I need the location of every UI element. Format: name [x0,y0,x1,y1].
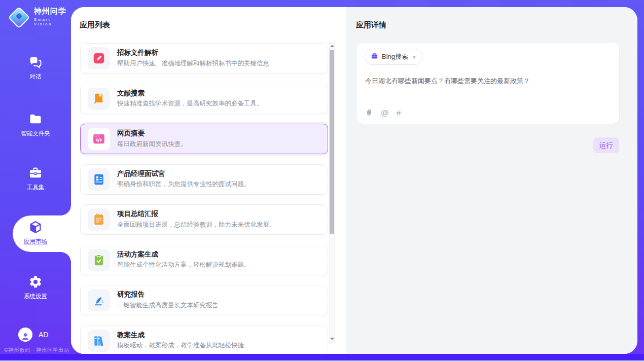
app-card-desc: 快速精准查找学术资源，提高研究效率的必备工具。 [117,99,263,108]
app-card[interactable]: 产品经理面试官 明确身份和职责，为您提供专业性的面试问题。 [80,164,328,195]
book-icon [88,88,110,110]
sidebar-item-chat[interactable]: 对话 [0,55,71,81]
sidebar-item-label: 工具集 [0,184,71,191]
clipboard-check-icon [88,249,110,271]
app-card-desc: 智能生成个性化活动方案，轻松解决规划难题。 [117,261,251,269]
copyright-footer: ©神州数码 · 神州问学出品 [4,347,70,354]
app-card-title: 项目总结汇报 [117,210,276,218]
sidebar-item-toolset[interactable]: 工具集 [0,166,71,191]
app-card[interactable]: 研究报告 一键智能生成高质量长文本研究报告 [80,285,328,315]
app-card-title: 网页摘要 [117,129,187,137]
ink-icon [88,289,110,311]
prompt-composer[interactable]: Bing搜索 × 今日湖北有哪些新闻要点？有哪些需要关注的最新政策？ @ # [356,42,620,124]
cube-icon [0,220,71,234]
main-window: 应用列表 招标文件解析 帮助用户快速、准确地理解和解析招标书中的关键信息 文献搜… [71,7,637,354]
composer-toolbar: @ # [365,108,401,117]
app-card-desc: 一键智能生成高质量长文本研究报告 [117,301,219,310]
folder-icon [0,112,71,126]
app-card[interactable]: 招标文件解析 帮助用户快速、准确地理解和解析招标书中的关键信息 [80,43,328,74]
app-detail-title: 应用详情 [356,20,386,30]
browser-code-icon [88,128,110,150]
app-card-title: 产品经理面试官 [117,170,251,178]
resume-icon [88,168,110,191]
scrollbar-thumb[interactable] [330,50,334,234]
user-account[interactable]: AD [18,328,48,342]
list-scrollbar[interactable] [329,42,335,343]
app-list-title: 应用列表 [80,20,110,30]
books-icon [88,330,110,352]
sidebar-item-app-market[interactable]: 应用市场 [0,220,71,245]
app-list-panel: 应用列表 招标文件解析 帮助用户快速、准确地理解和解析招标书中的关键信息 文献搜… [71,7,346,354]
app-card-title: 教案生成 [117,331,244,339]
gear-icon [0,275,71,289]
hashtag-icon[interactable]: # [397,109,401,117]
mention-icon[interactable]: @ [381,109,389,117]
tool-tag-label: Bing搜索 [382,52,408,61]
chat-icon [0,55,71,69]
sidebar-item-settings[interactable]: 系统设置 [0,275,71,300]
sidebar-item-label: 智能文件夹 [0,130,71,137]
app-logo: 神州问学 Smart Vision [10,7,71,26]
scroll-up-button[interactable] [330,45,334,47]
edit-square-icon [88,47,110,69]
toolbox-icon [0,166,71,180]
sidebar-item-label: 应用市场 [0,238,71,245]
app-card-desc: 帮助用户快速、准确地理解和解析招标书中的关键信息 [117,59,269,68]
scroll-down-button[interactable] [330,338,334,340]
bottom-accent-strip [0,354,644,360]
app-root: 神州问学 Smart Vision 对话 智能文件夹 工具集 [0,0,644,362]
app-card-title: 活动方案生成 [117,250,251,259]
app-card[interactable]: 活动方案生成 智能生成个性化活动方案，轻松解决规划难题。 [80,245,328,275]
logo-title: 神州问学 [34,7,71,16]
logo-subtitle: Smart Vision [34,17,71,26]
app-card-desc: 全面回顾项目进展，总结经验教训，助力未来优化发展。 [117,221,276,229]
sidebar-item-label: 对话 [0,73,71,81]
sidebar: 神州问学 Smart Vision 对话 智能文件夹 工具集 [0,0,71,362]
app-card-desc: 明确身份和职责，为您提供专业性的面试问题。 [117,180,251,189]
attachment-icon[interactable] [365,108,373,117]
logo-diamond-icon [8,6,30,28]
app-card[interactable]: 网页摘要 每日政府新闻资讯快查。 [80,124,328,154]
app-detail-panel: 应用详情 Bing搜索 × 今日湖北有哪些新闻要点？有哪些需要关注的最新政策？ … [346,7,637,354]
app-card[interactable]: 项目总结汇报 全面回顾项目进展，总结经验教训，助力未来优化发展。 [80,204,328,235]
notepad-icon [88,208,110,231]
app-card-title: 招标文件解析 [117,49,269,57]
user-avatar-icon [18,328,32,342]
tool-tag-bing-search[interactable]: Bing搜索 × [365,49,422,65]
run-button[interactable]: 运行 [593,137,619,153]
app-card[interactable]: 教案生成 模板驱动，教案秒成，教学准备从此轻松快捷 [80,325,328,354]
app-card[interactable]: 文献搜索 快速精准查找学术资源，提高研究效率的必备工具。 [80,84,328,114]
app-card-title: 研究报告 [117,291,219,299]
app-card-desc: 模板驱动，教案秒成，教学准备从此轻松快捷 [117,341,244,350]
briefcase-icon [371,52,378,62]
close-icon[interactable]: × [412,53,416,61]
sidebar-item-smart-folder[interactable]: 智能文件夹 [0,112,71,137]
app-card-title: 文献搜索 [117,89,263,97]
user-name: AD [39,331,48,339]
prompt-text[interactable]: 今日湖北有哪些新闻要点？有哪些需要关注的最新政策？ [365,76,609,86]
sidebar-item-label: 系统设置 [0,293,71,300]
app-card-desc: 每日政府新闻资讯快查。 [117,140,187,149]
app-card-list: 招标文件解析 帮助用户快速、准确地理解和解析招标书中的关键信息 文献搜索 快速精… [80,43,328,354]
